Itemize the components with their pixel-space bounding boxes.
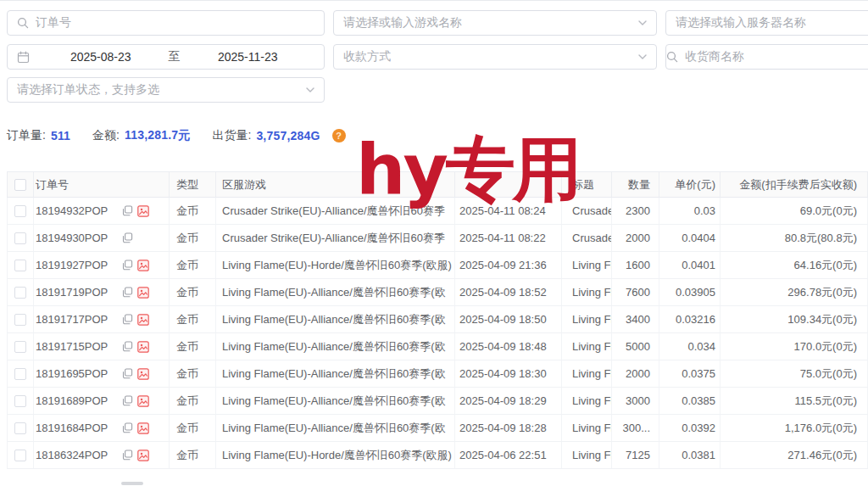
order-number: 18191717POP	[36, 313, 117, 326]
quantity: 3400	[612, 306, 659, 333]
order-time: 2025-04-09 18:30	[455, 360, 562, 388]
server-name-select[interactable]: 请选择或输入服务器名称	[665, 10, 868, 36]
image-icon[interactable]	[137, 287, 149, 299]
unit-price: 0.0404	[659, 225, 721, 252]
order-type: 金币	[170, 279, 216, 306]
quantity: 300...	[612, 415, 659, 442]
image-icon[interactable]	[137, 341, 149, 353]
row-checkbox[interactable]	[14, 368, 26, 380]
order-type: 金币	[170, 333, 216, 360]
row-checkbox[interactable]	[14, 287, 26, 299]
game-name-select[interactable]: 请选择或输入游戏名称	[333, 10, 657, 36]
copy-icon[interactable]	[122, 422, 133, 433]
row-checkbox[interactable]	[14, 260, 26, 271]
order-number-input[interactable]: 订单号	[7, 10, 325, 36]
server-game: Living Flame(EU)-Alliance/魔兽怀旧60赛季(欧	[216, 360, 455, 388]
date-start-value[interactable]: 2025-08-23	[36, 50, 165, 64]
server-game: Living Flame(EU)-Horde/魔兽怀旧60赛季(欧服)	[216, 252, 455, 279]
table-row: 18191684POP 金币 Living Flame(EU)-Alliance…	[7, 415, 868, 442]
receiver-name-placeholder: 收货商名称	[685, 49, 744, 64]
order-number: 18186324POP	[36, 449, 117, 461]
row-checkbox[interactable]	[14, 450, 26, 461]
date-range-picker[interactable]: 2025-08-23 至 2025-11-23	[7, 44, 325, 70]
row-checkbox[interactable]	[14, 341, 26, 353]
table-row: 18191715POP 金币 Living Flame(EU)-Alliance…	[7, 333, 868, 360]
copy-icon[interactable]	[122, 205, 133, 216]
quantity: 7600	[612, 279, 659, 306]
unit-price: 0.0381	[659, 442, 721, 469]
image-icon[interactable]	[137, 450, 149, 461]
order-number: 18194930POP	[36, 232, 117, 244]
chevron-down-icon	[637, 52, 648, 62]
unit-price: 0.0392	[659, 415, 721, 442]
select-all-checkbox[interactable]	[14, 179, 26, 191]
search-icon	[17, 17, 29, 29]
copy-icon[interactable]	[122, 368, 133, 379]
order-time: 2025-04-09 18:48	[455, 333, 562, 360]
order-time: 2025-04-11 08:22	[455, 225, 562, 252]
image-icon[interactable]	[137, 260, 149, 271]
quantity: 2000	[612, 360, 659, 388]
col-header-price: 单价(元)	[659, 172, 721, 198]
order-type: 金币	[170, 225, 216, 252]
copy-icon[interactable]	[122, 287, 133, 298]
amount-label: 金额:	[92, 128, 120, 143]
payment-method-select[interactable]: 收款方式	[333, 44, 657, 70]
order-title: Living Fl	[562, 388, 612, 415]
order-count-value: 511	[51, 129, 70, 142]
copy-icon[interactable]	[122, 395, 133, 406]
order-number: 18191927POP	[36, 259, 117, 271]
order-time: 2025-04-09 18:52	[455, 279, 562, 306]
amount: 80.8元(80.8元)	[721, 225, 868, 252]
copy-icon[interactable]	[122, 260, 133, 271]
table-row: 18191695POP 金币 Living Flame(EU)-Alliance…	[7, 360, 868, 388]
order-number: 18191715POP	[36, 340, 117, 353]
table-row: 18186324POP 金币 Living Flame(EU)-Horde/魔兽…	[7, 442, 868, 469]
order-time: 2025-04-09 18:28	[455, 415, 562, 442]
image-icon[interactable]	[137, 422, 149, 434]
quantity: 2300	[612, 198, 659, 225]
quantity: 1600	[612, 252, 659, 279]
amount: 170.0元(0元)	[721, 333, 868, 360]
row-checkbox[interactable]	[14, 205, 26, 217]
payment-method-placeholder: 收款方式	[343, 49, 391, 64]
image-icon[interactable]	[137, 395, 149, 407]
order-time: 2025-04-06 22:51	[455, 442, 562, 469]
row-checkbox[interactable]	[14, 314, 26, 326]
order-title: Living Fl	[562, 306, 612, 333]
date-end-value[interactable]: 2025-11-23	[184, 50, 313, 64]
amount: 64.16元(0元)	[721, 252, 868, 279]
quantity: 3000	[612, 388, 659, 415]
order-title: Living Fl	[562, 279, 612, 306]
order-number: 18191695POP	[36, 367, 117, 380]
amount-value: 113,281.7元	[125, 128, 191, 143]
orders-table: 订单号 类型 区服游戏 标题 数量 单价(元) 金额(扣手续费后实收额) 181…	[7, 171, 868, 469]
row-checkbox[interactable]	[14, 395, 26, 407]
help-icon[interactable]: ?	[332, 129, 346, 142]
server-game: Crusader Strike(EU)-Alliance/魔兽怀旧60赛季	[216, 198, 455, 225]
unit-price: 0.0385	[659, 388, 721, 415]
image-icon[interactable]	[137, 205, 149, 217]
image-icon[interactable]	[137, 368, 149, 380]
copy-icon[interactable]	[122, 314, 133, 325]
order-number: 18191684POP	[36, 422, 117, 434]
copy-icon[interactable]	[122, 450, 133, 461]
table-row: 18191689POP 金币 Living Flame(EU)-Alliance…	[7, 388, 868, 415]
order-type: 金币	[170, 442, 216, 469]
copy-icon[interactable]	[122, 232, 133, 243]
row-checkbox[interactable]	[14, 422, 26, 434]
order-title: Living Fl	[562, 333, 612, 360]
receiver-name-input[interactable]: 收货商名称	[665, 44, 868, 70]
image-icon[interactable]	[137, 314, 149, 326]
amount: 69.0元(0元)	[721, 198, 868, 225]
calendar-icon	[17, 51, 30, 64]
quantity: 5000	[612, 333, 659, 360]
server-game: Living Flame(EU)-Alliance/魔兽怀旧60赛季(欧	[216, 388, 455, 415]
server-game: Living Flame(EU)-Horde/魔兽怀旧60赛季(欧服)	[216, 442, 455, 469]
quantity: 7125	[612, 442, 659, 469]
col-header-server: 区服游戏	[216, 172, 455, 198]
row-checkbox[interactable]	[14, 232, 26, 244]
horizontal-scrollbar[interactable]	[121, 482, 143, 485]
order-status-select[interactable]: 请选择订单状态，支持多选	[7, 77, 325, 103]
copy-icon[interactable]	[122, 341, 133, 352]
